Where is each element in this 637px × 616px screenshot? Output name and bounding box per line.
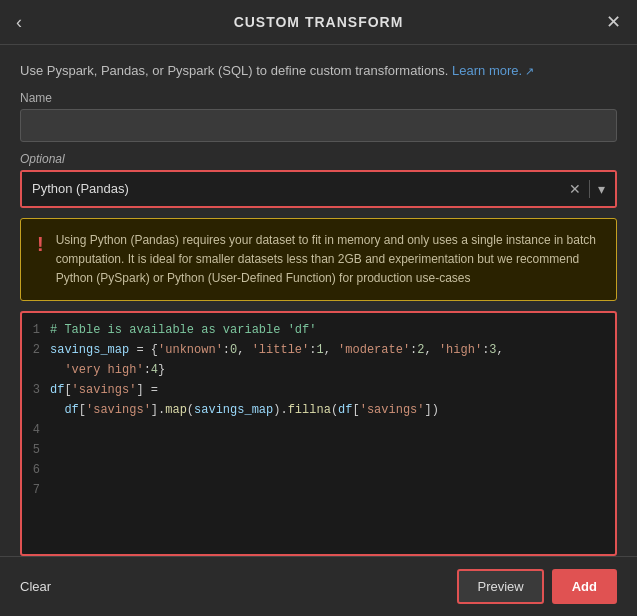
custom-transform-modal: ‹ CUSTOM TRANSFORM ✕ Use Pyspark, Pandas… <box>0 0 637 616</box>
chevron-down-icon[interactable]: ▾ <box>598 181 605 197</box>
code-editor[interactable]: 1 # Table is available as variable 'df' … <box>20 311 617 556</box>
learn-more-link[interactable]: Learn more. <box>452 63 534 78</box>
description-body: Use Pyspark, Pandas, or Pyspark (SQL) to… <box>20 63 448 78</box>
modal-footer: Clear Preview Add <box>0 556 637 616</box>
add-button[interactable]: Add <box>552 569 617 604</box>
code-line-5: 5 <box>22 441 615 461</box>
name-input[interactable] <box>20 109 617 142</box>
code-line-6: 6 <box>22 461 615 481</box>
line-number: 1 <box>22 321 50 340</box>
transform-type-select-wrapper: Python (Pandas) ✕ ▾ <box>20 170 617 208</box>
clear-button[interactable]: Clear <box>20 575 51 598</box>
modal-header: ‹ CUSTOM TRANSFORM ✕ <box>0 0 637 45</box>
code-line-2: 2 savings_map = {'unknown':0, 'little':1… <box>22 341 615 361</box>
code-line-4: 4 <box>22 421 615 441</box>
optional-label: Optional <box>20 152 617 166</box>
footer-actions: Preview Add <box>457 569 617 604</box>
modal-title: CUSTOM TRANSFORM <box>234 14 404 30</box>
modal-content: Use Pyspark, Pandas, or Pyspark (SQL) to… <box>0 45 637 556</box>
code-line-3: 3 df['savings'] = <box>22 381 615 401</box>
code-line-3b: df['savings'].map(savings_map).fillna(df… <box>22 401 615 421</box>
line-content: # Table is available as variable 'df' <box>50 321 615 340</box>
warning-box: ! Using Python (Pandas) requires your da… <box>20 218 617 302</box>
name-label: Name <box>20 91 617 105</box>
warning-text: Using Python (Pandas) requires your data… <box>56 231 600 289</box>
transform-type-group: Optional Python (Pandas) ✕ ▾ <box>20 152 617 208</box>
code-line-7: 7 <box>22 481 615 501</box>
close-button[interactable]: ✕ <box>606 13 621 31</box>
name-field-group: Name <box>20 91 617 142</box>
line-number: 2 <box>22 341 50 360</box>
select-value: Python (Pandas) <box>32 181 569 196</box>
code-line-2b: 'very high':4} <box>22 361 615 381</box>
line-content: df['savings'].map(savings_map).fillna(df… <box>50 401 615 420</box>
code-area[interactable]: 1 # Table is available as variable 'df' … <box>22 313 615 554</box>
line-content: 'very high':4} <box>50 361 615 380</box>
select-clear-icon[interactable]: ✕ <box>569 181 581 197</box>
line-number: 6 <box>22 461 50 480</box>
line-content: df['savings'] = <box>50 381 615 400</box>
code-line-1: 1 # Table is available as variable 'df' <box>22 321 615 341</box>
description-text: Use Pyspark, Pandas, or Pyspark (SQL) to… <box>20 61 617 81</box>
line-number: 4 <box>22 421 50 440</box>
line-content: savings_map = {'unknown':0, 'little':1, … <box>50 341 615 360</box>
select-divider <box>589 180 590 198</box>
line-number: 3 <box>22 381 50 400</box>
preview-button[interactable]: Preview <box>457 569 543 604</box>
line-number: 7 <box>22 481 50 500</box>
transform-type-select[interactable]: Python (Pandas) ✕ ▾ <box>22 172 615 206</box>
back-button[interactable]: ‹ <box>16 12 22 33</box>
line-number: 5 <box>22 441 50 460</box>
warning-icon: ! <box>37 231 44 257</box>
